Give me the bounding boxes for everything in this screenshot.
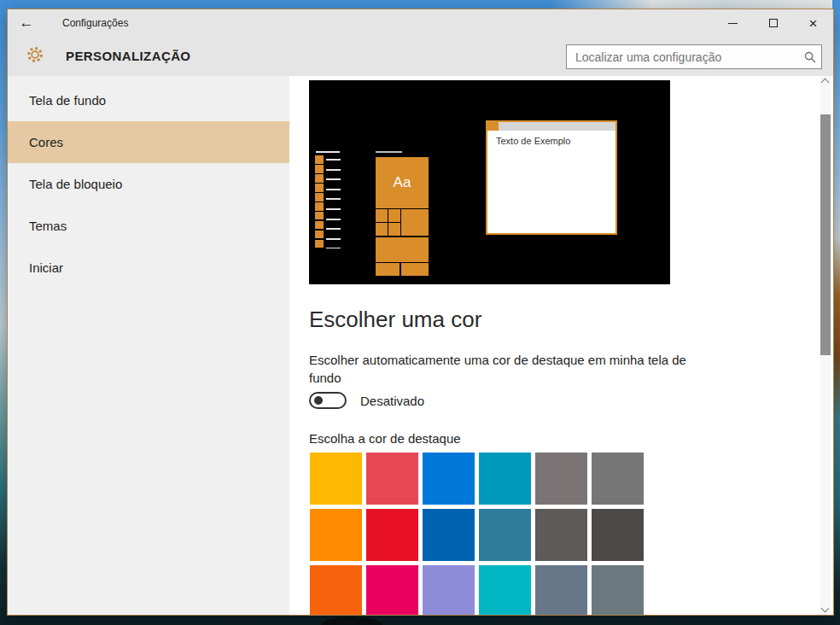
- preview-tile-wide: [376, 237, 429, 262]
- maximize-button[interactable]: [753, 9, 793, 37]
- tile-aa-label: Aa: [394, 174, 411, 191]
- sidebar-item-tela-de-fundo[interactable]: Tela de fundo: [8, 79, 289, 121]
- accent-color-swatch[interactable]: [535, 509, 587, 561]
- back-button[interactable]: ←: [8, 15, 45, 32]
- settings-search-box: [566, 44, 822, 69]
- back-arrow-icon: ←: [20, 15, 34, 31]
- app-body: Tela de fundoCoresTela de bloqueioTemasI…: [8, 76, 833, 615]
- page-title: PERSONALIZAÇÃO: [66, 49, 190, 63]
- accent-color-swatch[interactable]: [592, 509, 644, 561]
- toggle-state-label: Desativado: [360, 394, 424, 408]
- sidebar-item-iniciar[interactable]: Iniciar: [8, 247, 289, 289]
- close-button[interactable]: ×: [793, 9, 833, 37]
- accent-color-swatch[interactable]: [423, 565, 475, 615]
- accent-color-swatch[interactable]: [366, 453, 418, 505]
- preview-tile-small: [388, 209, 400, 222]
- sidebar-item-cores[interactable]: Cores: [8, 121, 289, 163]
- sidebar-item-temas[interactable]: Temas: [8, 205, 289, 247]
- accent-color-swatch[interactable]: [535, 453, 587, 505]
- scrollbar-thumb[interactable]: [820, 114, 831, 355]
- sample-window-titlebar: [487, 122, 615, 131]
- scroll-up-icon[interactable]: [821, 79, 830, 87]
- accent-color-swatch[interactable]: [310, 509, 362, 561]
- auto-accent-label: Escolher automaticamente uma cor de dest…: [309, 351, 712, 387]
- maximize-icon: [769, 19, 778, 27]
- preview-tile-small: [388, 223, 400, 236]
- settings-window: ← Configurações × PERSONALIZAÇÃO: [7, 9, 834, 616]
- preview-tile-small: [376, 223, 388, 236]
- window-title: Configurações: [62, 17, 128, 29]
- preview-tiles-header-bar: [376, 151, 402, 153]
- accent-color-swatch[interactable]: [310, 565, 362, 615]
- preview-tile-medium: [401, 209, 429, 236]
- minimize-button[interactable]: [713, 9, 753, 37]
- accent-color-swatch[interactable]: [592, 565, 644, 615]
- toggle-knob: [314, 396, 323, 405]
- preview-tile-bottom: [401, 263, 429, 276]
- preview-menu-accent-squares: [315, 155, 324, 249]
- accent-color-swatch[interactable]: [310, 453, 362, 505]
- sample-window-accent-square: [487, 122, 499, 131]
- minimize-icon: [728, 23, 738, 24]
- search-icon[interactable]: [799, 51, 821, 63]
- preview-menu-header-bar: [316, 151, 340, 153]
- accent-color-swatch[interactable]: [479, 509, 531, 561]
- accent-color-swatch[interactable]: [535, 565, 587, 615]
- accent-color-swatch[interactable]: [366, 509, 418, 561]
- accent-picker-label: Escolha a cor de destaque: [309, 431, 461, 446]
- scroll-down-icon[interactable]: [821, 605, 830, 613]
- search-input[interactable]: [567, 50, 799, 64]
- color-preview: Aa Texto de Exemplo: [309, 80, 670, 284]
- accent-color-swatch[interactable]: [366, 565, 418, 615]
- accent-color-swatch[interactable]: [423, 453, 475, 505]
- settings-gear-icon: [26, 45, 44, 67]
- accent-color-swatch[interactable]: [423, 509, 475, 561]
- app-header: PERSONALIZAÇÃO: [8, 37, 833, 76]
- sidebar: Tela de fundoCoresTela de bloqueioTemasI…: [8, 76, 289, 615]
- preview-tile-aa: Aa: [376, 157, 429, 208]
- preview-tile-small: [376, 209, 388, 222]
- close-icon: ×: [809, 16, 818, 31]
- preview-tile-bottom: [376, 263, 400, 276]
- auto-accent-toggle-row: Desativado: [309, 392, 424, 409]
- choose-color-heading: Escolher uma cor: [309, 307, 481, 333]
- sample-window-text: Texto de Exemplo: [496, 136, 570, 146]
- scrollbar[interactable]: [820, 76, 831, 615]
- window-controls: ×: [713, 9, 833, 37]
- sidebar-item-tela-de-bloqueio[interactable]: Tela de bloqueio: [8, 163, 289, 205]
- auto-accent-toggle[interactable]: [309, 392, 347, 409]
- content-pane: Aa Texto de Exemplo Escolher uma cor Esc…: [289, 76, 821, 615]
- accent-color-swatch[interactable]: [479, 453, 531, 505]
- preview-menu-text-lines: [326, 159, 341, 248]
- accent-color-swatch[interactable]: [479, 565, 531, 615]
- accent-color-swatch[interactable]: [592, 453, 644, 505]
- titlebar: ← Configurações ×: [8, 9, 833, 37]
- preview-sample-window: Texto de Exemplo: [486, 120, 617, 235]
- accent-color-grid: [310, 453, 644, 615]
